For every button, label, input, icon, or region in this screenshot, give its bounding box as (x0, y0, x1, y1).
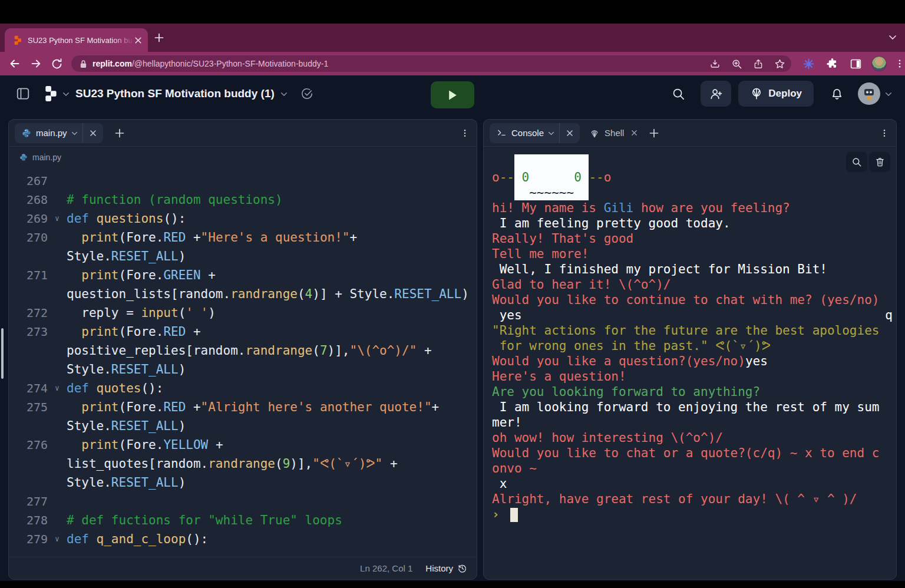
console-line: Well, I finished my project for Mission … (492, 262, 896, 277)
bookmark-star-icon[interactable] (774, 58, 785, 70)
tab-console[interactable]: Console (490, 123, 580, 143)
share-icon[interactable] (753, 58, 764, 70)
line-number: 267 (9, 171, 48, 190)
deploy-button[interactable]: Deploy (738, 81, 814, 107)
console-line (492, 154, 896, 170)
console-line: x (492, 476, 896, 491)
console-line: Are you looking forward to anything? (492, 384, 896, 399)
browser-profile-avatar[interactable] (871, 56, 887, 71)
console-line: onvo ~ (492, 461, 896, 476)
console-output[interactable]: o-- 0 0 --o ~~~~~~ hi! My name is Gili h… (484, 147, 896, 579)
run-button[interactable] (431, 81, 474, 108)
console-line: for wrong ones in the past." ᕙ(`▿´)ᕗ (492, 338, 896, 354)
fold-gutter (48, 322, 67, 341)
search-icon[interactable] (672, 87, 685, 101)
tab-close-icon[interactable] (631, 130, 638, 136)
fold-chevron-icon[interactable]: ∨ (48, 379, 67, 398)
chevron-down-icon[interactable] (62, 91, 70, 97)
line-number (9, 360, 48, 379)
code-row: 277 (9, 492, 477, 511)
replit-logo-icon[interactable] (44, 85, 59, 102)
console-line: Alright, have great rest of your day! \(… (492, 491, 896, 507)
code-row: 279∨def q_and_c_loop(): (9, 530, 477, 549)
title-chevron-icon[interactable] (280, 91, 288, 97)
saved-status-icon (300, 87, 313, 100)
python-icon (19, 153, 28, 161)
console-line: "Right actions for the future are the be… (492, 323, 896, 338)
account-avatar[interactable] (858, 82, 880, 105)
notifications-icon[interactable] (830, 87, 844, 101)
tab-main-py[interactable]: main.py (15, 123, 103, 143)
new-file-tab-icon[interactable] (115, 128, 124, 138)
console-more-options-icon[interactable] (880, 128, 889, 138)
extensions-puzzle-icon[interactable] (826, 58, 838, 70)
side-panel-icon[interactable] (850, 58, 862, 70)
install-app-icon[interactable] (709, 58, 721, 70)
code-text: def quotes(): (67, 379, 163, 398)
url-bar[interactable]: replit.com/@hellapythonic/SU23-Python-SF… (71, 55, 791, 72)
code-area[interactable]: 267268# function (random questions)269∨d… (9, 168, 477, 549)
console-icon (497, 128, 507, 138)
sidebar-toggle-icon[interactable] (15, 86, 31, 101)
fold-gutter (48, 398, 67, 417)
cursor-position: Ln 262, Col 1 (360, 563, 412, 573)
new-console-tab-icon[interactable] (649, 128, 659, 138)
line-number: 269 (9, 209, 48, 228)
tab-close-icon[interactable] (83, 123, 103, 143)
code-text: print(Fore.YELLOW + (67, 435, 223, 454)
console-line: Would you like to chat or a quote?(c/q) … (492, 445, 896, 461)
tab-label: Shell (605, 128, 624, 138)
fold-chevron-icon[interactable]: ∨ (48, 530, 67, 549)
tab-chevron-icon[interactable] (71, 131, 78, 136)
tab-shell[interactable]: Shell (589, 128, 638, 138)
workspace: main.py (8, 119, 897, 580)
clear-console-icon[interactable] (869, 152, 890, 172)
code-row: Style.RESET_ALL) (9, 247, 477, 266)
project-title[interactable]: SU23 Python SF Motivation buddy (1) (75, 87, 275, 100)
extension-icon[interactable] (802, 58, 815, 70)
editor-more-options-icon[interactable] (460, 128, 470, 138)
window-bottom-edge (0, 581, 905, 588)
reload-icon[interactable] (51, 58, 63, 70)
breadcrumb[interactable]: main.py (9, 147, 477, 168)
account-chevron-icon[interactable] (885, 91, 892, 97)
fold-gutter (48, 266, 67, 285)
tab-chevron-icon[interactable] (548, 131, 554, 136)
code-row: 270 print(Fore.RED +"Here's a question!"… (9, 228, 477, 247)
editor-scrollbar[interactable] (1, 328, 4, 379)
tab-list-chevron-icon[interactable] (889, 34, 897, 40)
tab-close-icon[interactable] (560, 123, 580, 143)
forward-icon[interactable] (29, 57, 42, 70)
code-text: question_lists[random.randrange(4)] + St… (67, 285, 469, 303)
browser-tab[interactable]: SU23 Python SF Motivation bu (5, 28, 148, 52)
invite-user-icon (709, 87, 723, 101)
console-line: Here's a question! (492, 369, 896, 384)
console-line: ~~~~~~ (492, 185, 896, 200)
code-row: Style.RESET_ALL) (9, 417, 477, 435)
fold-chevron-icon[interactable]: ∨ (48, 209, 67, 228)
history-button[interactable]: History (425, 563, 467, 573)
fold-gutter (48, 285, 67, 303)
code-text: list_quotes[random.randrange(9)],"ᕙ(`▿´)… (67, 454, 398, 473)
run-icon (448, 90, 458, 101)
browser-menu-icon[interactable] (894, 58, 905, 69)
replit-app: SU23 Python SF Motivation buddy (1) (0, 75, 905, 581)
replit-header: SU23 Python SF Motivation buddy (1) (0, 75, 905, 112)
line-number (9, 247, 48, 266)
line-number (9, 341, 48, 360)
invite-button[interactable] (701, 81, 731, 107)
console-line: Really! That's good (492, 231, 896, 246)
line-number: 277 (9, 492, 48, 511)
code-row: Style.RESET_ALL) (9, 473, 477, 492)
zoom-page-icon[interactable] (731, 58, 742, 70)
tab-close-icon[interactable] (134, 37, 142, 44)
fold-gutter (48, 435, 67, 454)
code-row: 276 print(Fore.YELLOW + (9, 435, 477, 454)
console-search-icon[interactable] (846, 152, 867, 172)
console-line: Would you like a question?(yes/no)yes (492, 354, 896, 369)
tab-label: main.py (36, 128, 67, 138)
deploy-icon (750, 87, 763, 101)
code-text: def questions(): (67, 209, 186, 228)
new-tab-icon[interactable] (154, 33, 164, 42)
back-icon[interactable] (8, 57, 21, 70)
